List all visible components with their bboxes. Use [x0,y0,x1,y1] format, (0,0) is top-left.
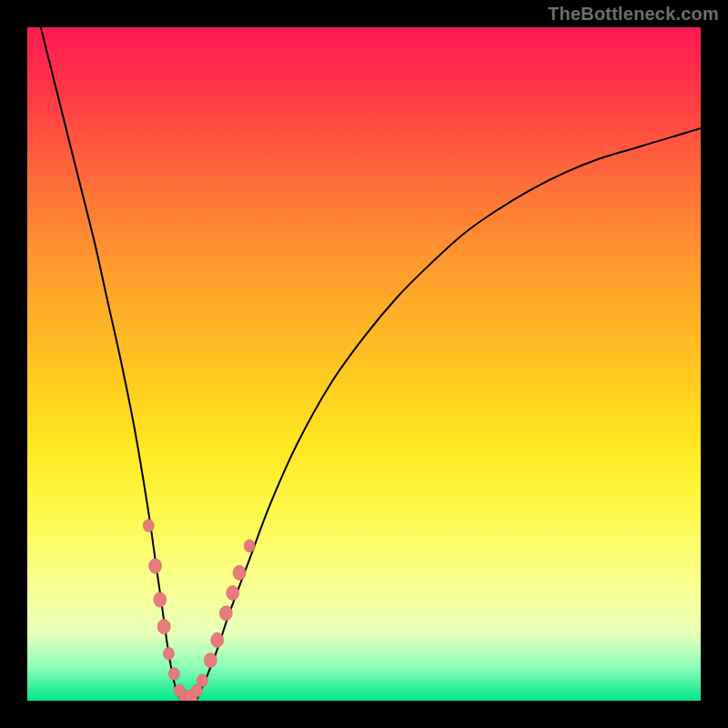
data-marker [163,647,174,660]
data-marker [244,540,255,552]
data-marker [154,592,167,607]
data-marker [233,565,246,580]
data-marker [143,520,154,532]
data-marker [211,632,224,647]
data-marker [204,653,217,668]
data-marker [168,668,179,681]
curve-layer [27,27,701,701]
data-marker [149,559,162,573]
bottleneck-curve [41,27,701,701]
data-marker [227,586,239,601]
chart-frame: TheBottleneck.com [0,0,728,728]
data-markers [143,520,255,701]
plot-area [27,27,701,701]
watermark-text: TheBottleneck.com [548,4,719,25]
data-marker [197,674,207,687]
data-marker [219,606,232,621]
data-marker [157,620,170,634]
